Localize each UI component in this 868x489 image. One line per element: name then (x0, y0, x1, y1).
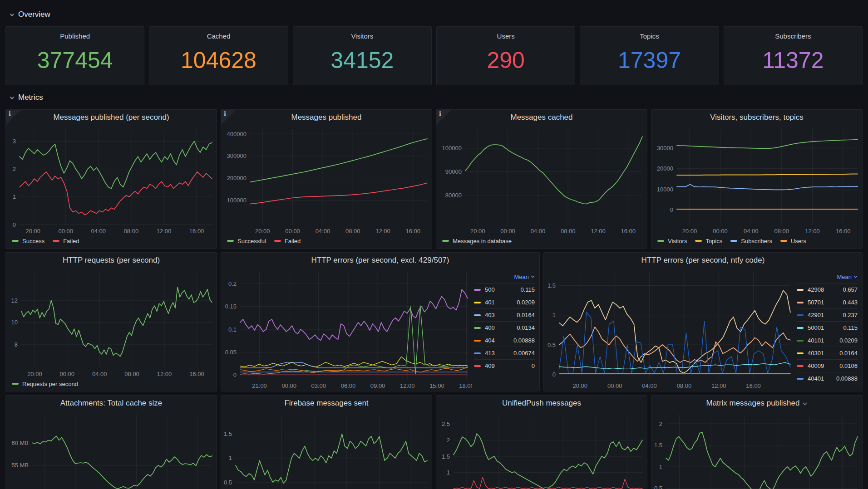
section-title: Overview (18, 10, 50, 19)
legend-item[interactable]: Failed (53, 238, 79, 244)
chart-attachments-cache-size[interactable]: 55 MB60 MB20:0000:0004:0008:0012:0016:00 (6, 411, 217, 489)
panel-attachments-cache-size: Attachments: Total cache size 55 MB60 MB… (5, 395, 217, 489)
svg-text:80000: 80000 (445, 192, 462, 199)
section-header-overview[interactable]: Overview (0, 9, 868, 20)
chart-unifiedpush-messages[interactable]: 11.522.520:0000:0004:0008:0012:0016:00 (436, 411, 647, 489)
legend-item[interactable]: Requests per second (12, 381, 78, 387)
chart-messages-cached[interactable]: 800009000010000020:0000:0004:0008:0012:0… (436, 125, 647, 236)
chart-legend: Requests per second (6, 379, 217, 391)
chart-firebase-messages-sent[interactable]: 0.511.520:0000:0004:0008:0012:0016:00 (221, 411, 432, 489)
legend-label: 40009 (808, 362, 824, 369)
panel-title[interactable]: Messages published (per second) (6, 110, 217, 125)
legend-item[interactable]: 401010.0209 (797, 334, 858, 347)
chart-http-requests[interactable]: 8101220:0000:0004:0008:0012:0016:00 (6, 268, 217, 379)
info-icon[interactable]: i (436, 110, 451, 125)
legend-label: 409 (485, 362, 495, 369)
legend-item[interactable]: 404010.00888 (797, 372, 858, 385)
legend-item[interactable]: 403010.0164 (797, 347, 858, 359)
chart-matrix-messages-published[interactable]: 0.511.5220:0000:0004:0008:0012:0016:00 (651, 411, 862, 489)
series-color-swatch (797, 378, 804, 380)
stat-panel-subscribers: Subscribers 11372 (724, 26, 863, 85)
legend-item[interactable]: Failed (274, 238, 301, 244)
series-color-swatch (474, 340, 481, 342)
legend-item[interactable]: Visitors (657, 238, 687, 244)
svg-text:200000: 200000 (227, 175, 247, 181)
info-icon[interactable]: i (221, 110, 236, 125)
legend-item[interactable]: 429010.237 (797, 308, 858, 321)
chart-http-errors-std[interactable]: 00.050.10.150.221:0000:0003:0006:0009:00… (221, 268, 472, 391)
legend-item[interactable]: Successful (227, 238, 266, 244)
svg-text:1: 1 (659, 464, 662, 470)
svg-text:0.15: 0.15 (225, 303, 237, 310)
legend-label: Messages in database (453, 238, 512, 244)
legend-label: 40401 (808, 375, 824, 382)
panel-title[interactable]: HTTP requests (per second) (6, 253, 217, 268)
legend-item[interactable]: Subscribers (730, 238, 772, 244)
legend-label: 40101 (808, 337, 824, 344)
legend-item[interactable]: Success (12, 238, 44, 244)
legend-label: 401 (485, 299, 495, 306)
stat-value: 34152 (330, 40, 394, 85)
panel-title[interactable]: Messages cached (436, 110, 647, 125)
panel-title[interactable]: Attachments: Total cache size (6, 396, 217, 411)
legend-item[interactable]: 5000.115 (474, 283, 535, 296)
panel-title[interactable]: UnifiedPush messages (436, 396, 647, 411)
legend-item[interactable]: 500010.115 (797, 321, 858, 334)
svg-text:00:00: 00:00 (713, 228, 728, 235)
panel-title[interactable]: Messages published (221, 110, 432, 125)
svg-text:04:00: 04:00 (92, 371, 107, 377)
legend-mean-value: 0.115 (520, 286, 535, 293)
legend-item[interactable]: 400090.0106 (797, 359, 858, 372)
series-color-swatch (730, 240, 737, 242)
legend-item[interactable]: Topics (695, 238, 722, 244)
panel-http-errors-std: HTTP errors (per second, excl. 429/507) … (221, 252, 540, 391)
legend-sort-mean[interactable]: Mean (797, 272, 858, 282)
chart-visitors-subscribers-topics[interactable]: 010000200003000020:0000:0004:0008:0012:0… (651, 125, 862, 236)
legend-item[interactable]: 4090 (474, 359, 535, 372)
legend-label: 413 (485, 350, 495, 357)
svg-text:2: 2 (13, 166, 16, 172)
legend-label: 404 (485, 337, 495, 344)
svg-text:16:00: 16:00 (621, 228, 636, 235)
legend-item[interactable]: Messages in database (442, 238, 512, 244)
panel-messages-published-rate: i Messages published (per second) 012320… (5, 109, 217, 249)
svg-text:20:00: 20:00 (255, 228, 270, 235)
svg-text:20:00: 20:00 (573, 382, 588, 389)
legend-item[interactable]: 4040.00888 (474, 334, 535, 347)
legend-sort-mean[interactable]: Mean (474, 272, 535, 282)
series-color-swatch (12, 383, 19, 385)
chart-http-errors-ntfy[interactable]: 00.511.520:0000:0004:0008:0012:0016:00 (544, 268, 795, 391)
svg-text:12:00: 12:00 (157, 228, 172, 235)
chart-messages-published-rate[interactable]: 012320:0000:0004:0008:0012:0016:00 (6, 125, 217, 236)
legend-mean-value: 0.00888 (513, 337, 535, 344)
svg-text:0.5: 0.5 (654, 485, 662, 489)
chart-legend-table: Mean429080.657507010.443429010.237500010… (795, 268, 862, 391)
legend-item[interactable]: 4010.0209 (474, 296, 535, 308)
panel-unifiedpush-messages: UnifiedPush messages 11.522.520:0000:000… (436, 395, 647, 489)
chart-messages-published-total[interactable]: 10000020000030000040000020:0000:0004:000… (221, 125, 432, 236)
svg-text:08:00: 08:00 (124, 371, 139, 377)
legend-label: Users (791, 238, 806, 244)
svg-text:1: 1 (552, 312, 556, 318)
legend-item[interactable]: 4030.0164 (474, 308, 535, 321)
legend-item[interactable]: Users (780, 238, 806, 244)
section-header-metrics[interactable]: Metrics (0, 92, 868, 103)
svg-text:3: 3 (13, 138, 16, 145)
legend-mean-value: 0.0106 (839, 362, 858, 369)
legend-item[interactable]: 4130.00674 (474, 347, 535, 359)
legend-label: Failed (63, 238, 79, 244)
legend-item[interactable]: 507010.443 (797, 296, 858, 308)
svg-text:18:00: 18:00 (459, 382, 472, 389)
panel-title[interactable]: Matrix messages published (651, 396, 862, 411)
panel-title[interactable]: HTTP errors (per second, ntfy code) (544, 253, 862, 268)
chart-legend: SuccessFailed (6, 236, 217, 248)
svg-text:12:00: 12:00 (591, 228, 606, 235)
info-icon[interactable]: i (6, 110, 21, 125)
panel-title[interactable]: HTTP errors (per second, excl. 429/507) (221, 253, 539, 268)
panel-title[interactable]: Visitors, subscribers, topics (651, 110, 862, 125)
series-color-swatch (797, 352, 804, 354)
legend-item[interactable]: 4000.0134 (474, 321, 535, 334)
svg-text:0.5: 0.5 (547, 342, 556, 348)
panel-title[interactable]: Firebase messages sent (221, 396, 432, 411)
legend-item[interactable]: 429080.657 (797, 283, 858, 296)
